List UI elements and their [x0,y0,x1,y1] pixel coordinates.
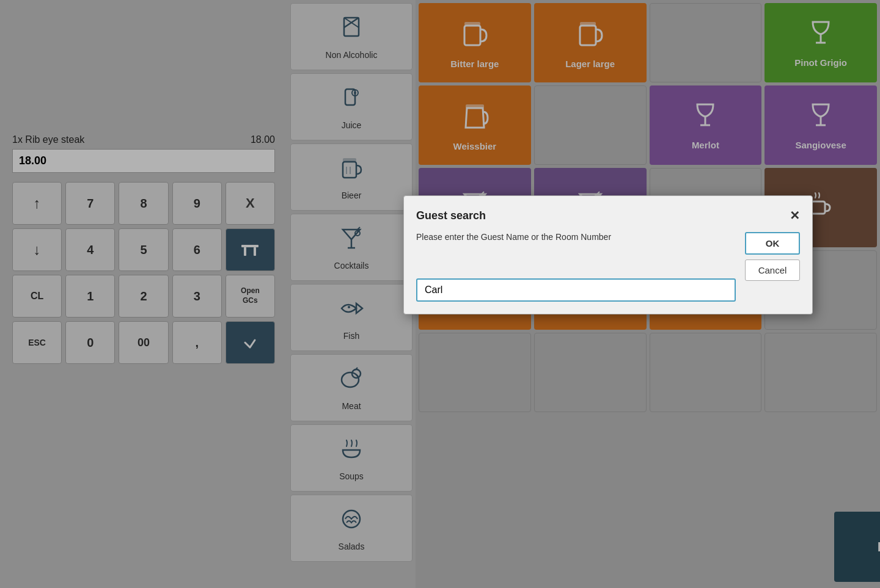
modal-title: Guest search [416,209,486,222]
modal-header: Guest search ✕ [416,208,800,223]
modal-cancel-button[interactable]: Cancel [745,260,800,281]
guest-search-modal: Guest search ✕ Please enter the Guest Na… [403,195,813,314]
modal-content: Please enter the Guest Name or the Room … [416,232,736,302]
modal-ok-button[interactable]: OK [745,232,800,255]
modal-instruction: Please enter the Guest Name or the Room … [416,232,736,242]
modal-close-button[interactable]: ✕ [790,208,800,223]
modal-buttons: OK Cancel [745,232,800,302]
modal-body: Please enter the Guest Name or the Room … [416,232,800,302]
modal-overlay[interactable]: Guest search ✕ Please enter the Guest Na… [0,0,880,588]
guest-search-input[interactable] [416,278,736,302]
